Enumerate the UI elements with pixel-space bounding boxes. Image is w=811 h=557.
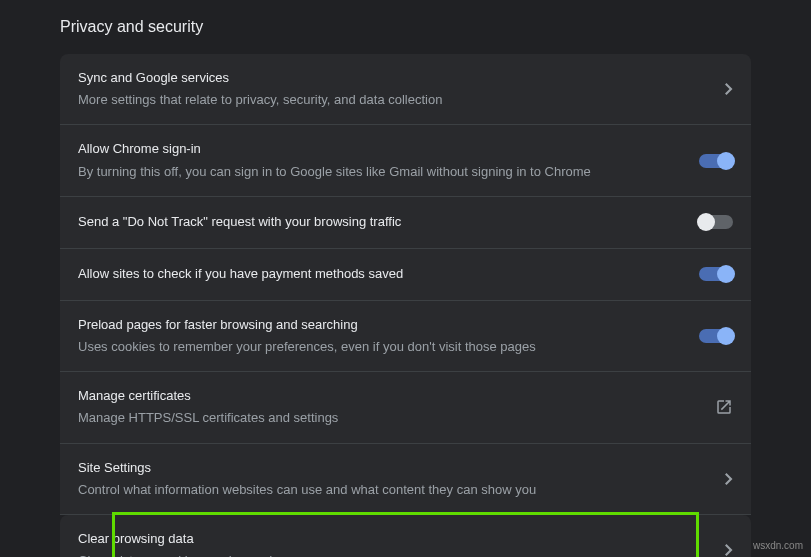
allow-chrome-signin-row[interactable]: Allow Chrome sign-in By turning this off… [60,125,751,196]
row-text: Preload pages for faster browsing and se… [78,316,683,356]
row-text: Allow sites to check if you have payment… [78,265,683,283]
highlighted-container: Clear browsing data Clear history, cooki… [60,515,751,557]
row-title: Sync and Google services [78,69,709,87]
payment-methods-row[interactable]: Allow sites to check if you have payment… [60,249,751,301]
external-link-icon [715,398,733,416]
sync-google-services-row[interactable]: Sync and Google services More settings t… [60,54,751,125]
preload-pages-row[interactable]: Preload pages for faster browsing and se… [60,301,751,372]
toggle-container [699,267,733,281]
toggle-container [699,154,733,168]
chevron-right-icon [725,473,733,485]
row-text: Manage certificates Manage HTTPS/SSL cer… [78,387,699,427]
row-title: Site Settings [78,459,709,477]
row-title: Manage certificates [78,387,699,405]
settings-list: Sync and Google services More settings t… [0,54,811,557]
chevron-right-icon [725,544,733,556]
payment-toggle[interactable] [699,267,733,281]
toggle-container [699,329,733,343]
manage-certificates-row[interactable]: Manage certificates Manage HTTPS/SSL cer… [60,372,751,443]
row-desc: Control what information websites can us… [78,481,709,499]
row-title: Preload pages for faster browsing and se… [78,316,683,334]
row-desc: By turning this off, you can sign in to … [78,163,683,181]
row-text: Clear browsing data Clear history, cooki… [78,530,709,557]
row-text: Sync and Google services More settings t… [78,69,709,109]
row-desc: More settings that relate to privacy, se… [78,91,709,109]
row-title: Allow sites to check if you have payment… [78,265,683,283]
chevron-right-icon [725,83,733,95]
section-heading: Privacy and security [0,0,811,54]
row-desc: Manage HTTPS/SSL certificates and settin… [78,409,699,427]
clear-browsing-data-row[interactable]: Clear browsing data Clear history, cooki… [60,515,751,557]
row-desc: Uses cookies to remember your preference… [78,338,683,356]
do-not-track-row[interactable]: Send a "Do Not Track" request with your … [60,197,751,249]
site-settings-row[interactable]: Site Settings Control what information w… [60,444,751,515]
dnt-toggle[interactable] [699,215,733,229]
row-text: Send a "Do Not Track" request with your … [78,213,683,231]
row-title: Allow Chrome sign-in [78,140,683,158]
row-title: Send a "Do Not Track" request with your … [78,213,683,231]
preload-toggle[interactable] [699,329,733,343]
row-desc: Clear history, cookies, cache, and more [78,552,709,557]
row-title: Clear browsing data [78,530,709,548]
row-text: Site Settings Control what information w… [78,459,709,499]
watermark: wsxdn.com [753,540,803,551]
signin-toggle[interactable] [699,154,733,168]
toggle-container [699,215,733,229]
row-text: Allow Chrome sign-in By turning this off… [78,140,683,180]
